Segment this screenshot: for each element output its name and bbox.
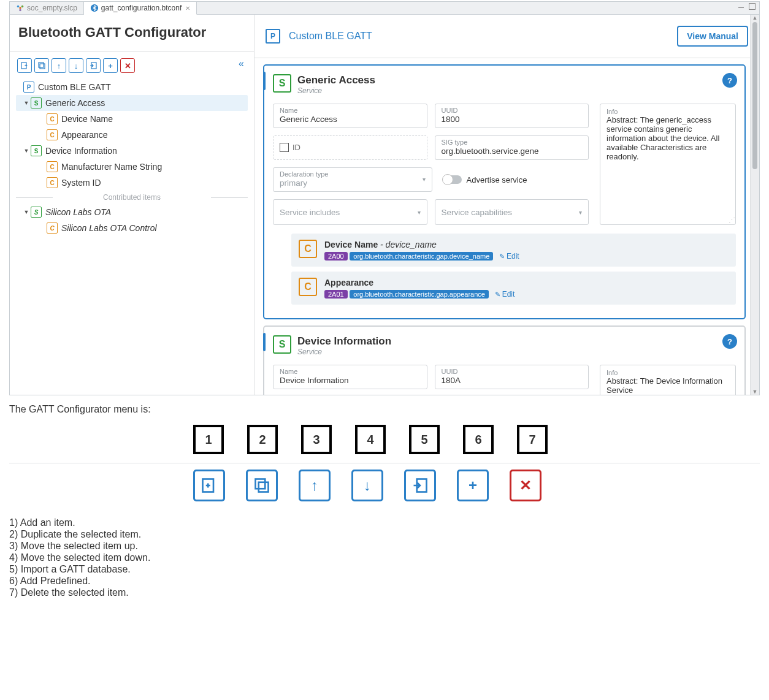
- close-tab-icon[interactable]: ✕: [185, 5, 190, 12]
- tab-label: soc_empty.slcp: [27, 4, 77, 12]
- characteristic-icon: C: [47, 161, 58, 172]
- tree-label: Custom BLE GATT: [38, 82, 111, 92]
- legend-num: 3: [301, 425, 332, 454]
- legend-item: 3) Move the selected item up.: [9, 541, 760, 552]
- service-capabilities-select[interactable]: Service capabilities: [435, 199, 589, 225]
- tree-label: System ID: [61, 178, 101, 188]
- id-field[interactable]: ID: [273, 135, 427, 160]
- tab-label: gatt_configuration.btconf: [101, 4, 182, 12]
- service-icon: S: [31, 97, 42, 108]
- svg-rect-11: [256, 479, 266, 489]
- service-icon: S: [31, 207, 42, 218]
- tree-label: Device Information: [45, 146, 117, 156]
- view-manual-button[interactable]: View Manual: [677, 26, 748, 47]
- checkbox-icon[interactable]: [280, 143, 289, 152]
- scroll-down-icon[interactable]: ▼: [751, 389, 759, 395]
- legend-numbers: 1 2 3 4 5 6 7: [9, 425, 760, 454]
- main-panel: P Custom BLE GATT View Manual ? S Generi…: [254, 15, 759, 395]
- service-includes-select[interactable]: Service includes: [273, 199, 427, 225]
- name-field[interactable]: NameGeneric Access: [273, 104, 427, 128]
- scroll-thumb[interactable]: [752, 22, 757, 169]
- minimize-icon[interactable]: [738, 7, 744, 8]
- move-up-button[interactable]: ↑: [52, 58, 66, 73]
- tree-characteristic[interactable]: CManufacturer Name String: [16, 159, 248, 175]
- page-title: Bluetooth GATT Configurator: [10, 15, 254, 52]
- edit-link[interactable]: Edit: [495, 290, 515, 299]
- tree-service[interactable]: ▼SSilicon Labs OTA: [16, 204, 248, 220]
- tab-gatt-config[interactable]: gatt_configuration.btconf ✕: [84, 2, 197, 15]
- scroll-up-icon[interactable]: ▲: [751, 15, 759, 21]
- info-box: InfoAbstract: The generic_access service…: [600, 104, 736, 225]
- gatt-toolbar: + ↑ ↓ + ✕ «: [10, 52, 254, 79]
- import-icon: [404, 470, 436, 501]
- breadcrumb: Custom BLE GATT: [289, 31, 372, 42]
- help-icon[interactable]: ?: [722, 334, 737, 349]
- info-box: InfoAbstract: The Device Information Ser…: [600, 365, 736, 395]
- advertise-service-toggle[interactable]: Advertise service: [440, 167, 589, 192]
- sig-pill: org.bluetooth.characteristic.gap.appeara…: [350, 290, 489, 299]
- declaration-type-select[interactable]: Declaration typeprimary: [273, 167, 432, 192]
- silabs-icon: [16, 4, 25, 12]
- service-icon: S: [31, 145, 42, 156]
- contributed-divider: Contributed items: [28, 193, 235, 202]
- add-item-icon: [193, 470, 225, 501]
- add-predefined-button[interactable]: +: [103, 58, 118, 73]
- characteristic-row[interactable]: C Appearance 2A01 org.bluetooth.characte…: [291, 272, 736, 305]
- resize-handle-icon[interactable]: ⋰: [729, 216, 734, 224]
- svg-text:+: +: [25, 63, 28, 68]
- add-item-button[interactable]: +: [17, 58, 32, 73]
- move-down-button[interactable]: ↓: [69, 58, 83, 73]
- legend-section: The GATT Configurator menu is: 1 2 3 4 5…: [9, 404, 760, 598]
- chevron-down-icon[interactable]: ▼: [23, 100, 29, 106]
- edit-link[interactable]: Edit: [499, 252, 519, 261]
- tree-service[interactable]: ▼SGeneric Access: [16, 95, 248, 111]
- tree-label: Manufacturer Name String: [61, 162, 162, 172]
- import-button[interactable]: [86, 58, 101, 73]
- gatt-configurator-window: soc_empty.slcp gatt_configuration.btconf…: [9, 1, 760, 395]
- tree-label: Silicon Labs OTA Control: [61, 223, 157, 233]
- tree-characteristic[interactable]: CAppearance: [16, 127, 248, 143]
- characteristic-icon: C: [47, 177, 58, 188]
- tree-service[interactable]: ▼SDevice Information: [16, 143, 248, 159]
- chevron-down-icon[interactable]: ▼: [23, 209, 29, 215]
- profile-icon: P: [23, 82, 34, 93]
- service-icon: S: [273, 335, 291, 354]
- tree-characteristic[interactable]: CSilicon Labs OTA Control: [16, 220, 248, 236]
- characteristic-row[interactable]: C Device Name - device_name 2A00 org.blu…: [291, 234, 736, 267]
- duplicate-button[interactable]: [34, 58, 49, 73]
- uuid-pill: 2A01: [324, 290, 348, 299]
- characteristic-icon: C: [47, 113, 58, 124]
- legend-list: 1) Add an item. 2) Duplicate the selecte…: [9, 517, 760, 598]
- add-predefined-icon: +: [457, 470, 489, 501]
- bluetooth-icon: [90, 4, 99, 12]
- name-field[interactable]: NameDevice Information: [273, 365, 427, 389]
- svg-point-1: [17, 6, 20, 8]
- characteristic-icon: C: [299, 240, 317, 258]
- svg-point-2: [21, 6, 24, 8]
- help-icon[interactable]: ?: [722, 73, 737, 88]
- uuid-field[interactable]: UUID180A: [435, 365, 589, 389]
- char-sub: - device_name: [378, 240, 437, 249]
- legend-num: 4: [355, 425, 386, 454]
- legend-item: 4) Move the selected item down.: [9, 552, 760, 563]
- sig-pill: org.bluetooth.characteristic.gap.device_…: [350, 252, 493, 261]
- toggle-icon[interactable]: [443, 175, 462, 184]
- scrollbar[interactable]: ▲ ▼: [750, 15, 759, 395]
- tree-label: Device Name: [61, 114, 113, 124]
- maximize-icon[interactable]: [749, 3, 756, 10]
- tab-soc-empty[interactable]: soc_empty.slcp: [10, 2, 84, 14]
- tree-characteristic[interactable]: CDevice Name: [16, 111, 248, 127]
- service-card-generic-access: ? S Generic AccessService NameGeneric Ac…: [263, 64, 746, 319]
- char-title: Appearance: [324, 278, 373, 287]
- tree-characteristic[interactable]: CSystem ID: [16, 175, 248, 191]
- collapse-sidebar-icon[interactable]: «: [239, 58, 247, 73]
- service-card-device-information: ? S Device InformationService NameDevice…: [263, 325, 746, 395]
- delete-button[interactable]: ✕: [120, 58, 135, 73]
- sig-type-field[interactable]: SIG typeorg.bluetooth.service.gene: [435, 135, 589, 160]
- uuid-field[interactable]: UUID1800: [435, 104, 589, 128]
- legend-heading: The GATT Configurator menu is:: [9, 404, 760, 415]
- tree-profile[interactable]: PCustom BLE GATT: [16, 79, 248, 95]
- chevron-down-icon[interactable]: ▼: [23, 148, 29, 154]
- editor-tabs: soc_empty.slcp gatt_configuration.btconf…: [10, 2, 759, 15]
- svg-rect-8: [40, 64, 45, 69]
